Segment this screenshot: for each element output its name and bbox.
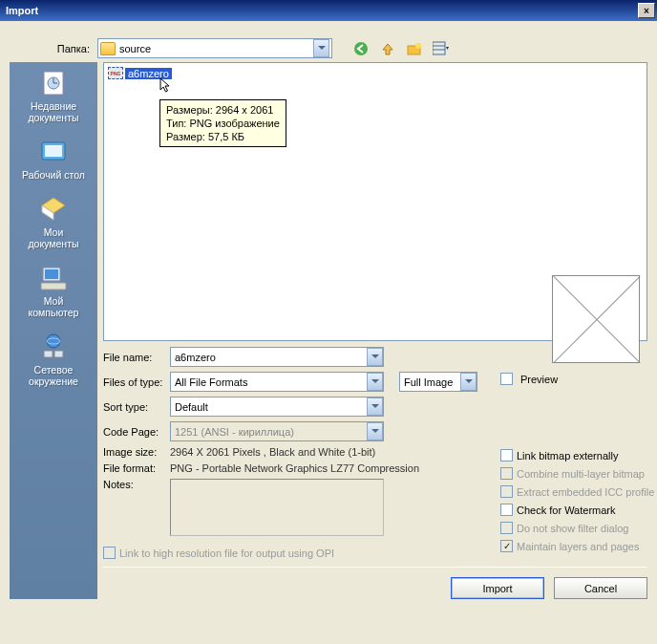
codepage-value: 1251 (ANSI - кириллица) — [175, 426, 294, 438]
combine-label: Combine multi-layer bitmap — [517, 468, 645, 480]
folder-icon — [100, 42, 116, 55]
place-label: Рабочий стол — [22, 169, 85, 181]
place-recent[interactable]: Недавние документы — [28, 68, 78, 123]
files-type-label: Files of type: — [103, 376, 170, 388]
preview-thumbnail — [552, 275, 640, 363]
folder-dropdown[interactable]: source — [97, 38, 332, 58]
preview-label: Preview — [520, 374, 558, 385]
preview-checkbox[interactable] — [500, 373, 513, 385]
recent-docs-icon — [38, 68, 69, 98]
svg-rect-14 — [41, 283, 66, 290]
watermark-checkbox[interactable] — [500, 504, 513, 516]
sort-value: Default — [175, 401, 208, 413]
chevron-down-icon[interactable] — [367, 397, 383, 416]
imagesize-value: 2964 X 2061 Pixels , Black and White (1-… — [170, 446, 375, 458]
chevron-down-icon[interactable] — [367, 348, 383, 366]
link-bitmap-checkbox[interactable] — [500, 449, 513, 462]
tooltip-line: Размер: 57,5 КБ — [166, 130, 280, 143]
maintain-label: Maintain layers and pages — [517, 541, 639, 552]
extract-icc-label: Extract embedded ICC profile — [517, 486, 654, 498]
chevron-down-icon[interactable] — [313, 39, 329, 57]
codepage-label: Code Page: — [103, 426, 170, 438]
view-menu-icon[interactable] — [432, 39, 451, 58]
up-icon[interactable] — [378, 39, 397, 58]
back-icon[interactable] — [351, 39, 371, 58]
folder-label: Папка: — [10, 43, 97, 54]
mydocs-icon — [38, 194, 69, 225]
file-name-input[interactable]: a6mzero — [170, 347, 384, 367]
place-label: Мои документы — [28, 226, 78, 249]
file-name-value: a6mzero — [175, 352, 216, 363]
png-thumb-icon: PNG — [108, 67, 123, 79]
svg-point-0 — [354, 42, 368, 55]
notes-label: Notes: — [103, 479, 170, 490]
sort-select[interactable]: Default — [170, 397, 384, 417]
computer-icon — [38, 263, 69, 293]
svg-point-15 — [47, 334, 60, 348]
chevron-down-icon[interactable] — [367, 373, 383, 391]
cancel-button[interactable]: Cancel — [554, 577, 647, 599]
opi-checkbox — [103, 547, 116, 559]
place-network[interactable]: Сетевое окружение — [29, 332, 78, 387]
sort-label: Sort type: — [103, 401, 170, 413]
folder-value: source — [119, 43, 151, 54]
file-tooltip: Размеры: 2964 x 2061 Тип: PNG изображени… — [159, 99, 286, 147]
place-mydocs[interactable]: Мои документы — [28, 194, 78, 249]
tooltip-line: Размеры: 2964 x 2061 — [166, 103, 280, 117]
place-label: Недавние документы — [28, 100, 78, 123]
fileformat-label: File format: — [103, 462, 170, 474]
full-image-value: Full Image — [404, 376, 453, 388]
close-button[interactable]: × — [638, 3, 655, 18]
new-folder-icon[interactable] — [405, 39, 424, 58]
no-filter-label: Do not show filter dialog — [517, 523, 628, 534]
combine-checkbox — [500, 467, 513, 480]
places-bar: Недавние документы Рабочий стол Мои доку… — [10, 62, 97, 599]
separator — [103, 567, 647, 568]
maintain-checkbox — [500, 540, 513, 552]
notes-field — [170, 479, 384, 536]
imagesize-label: Image size: — [103, 446, 170, 458]
full-image-select[interactable]: Full Image — [399, 372, 477, 392]
desktop-icon — [38, 137, 69, 167]
svg-rect-13 — [45, 269, 58, 279]
dialog-title: Import — [6, 5, 38, 16]
cursor-icon — [159, 77, 173, 95]
svg-point-2 — [415, 43, 421, 49]
codepage-select: 1251 (ANSI - кириллица) — [170, 421, 384, 441]
opi-label: Link to high resolution file for output … — [119, 547, 334, 559]
network-icon — [38, 332, 69, 362]
place-desktop[interactable]: Рабочий стол — [22, 137, 85, 181]
import-button[interactable]: Import — [451, 577, 544, 599]
svg-rect-18 — [54, 351, 63, 357]
watermark-label: Check for Watermark — [517, 504, 616, 516]
fileformat-value: PNG - Portable Network Graphics LZ77 Com… — [170, 462, 419, 474]
chevron-down-icon — [367, 422, 383, 440]
extract-icc-checkbox — [500, 485, 513, 498]
no-filter-checkbox — [500, 522, 513, 534]
chevron-down-icon[interactable] — [460, 373, 477, 391]
svg-rect-17 — [44, 351, 53, 357]
files-type-value: All File Formats — [175, 376, 247, 388]
svg-rect-3 — [433, 42, 445, 54]
svg-rect-11 — [45, 145, 62, 157]
place-label: Мой компьютер — [29, 295, 79, 318]
place-mycomputer[interactable]: Мой компьютер — [29, 263, 79, 318]
files-type-select[interactable]: All File Formats — [170, 372, 384, 392]
file-name-label: File name: — [103, 352, 170, 363]
link-bitmap-label: Link bitmap externally — [517, 450, 618, 462]
tooltip-line: Тип: PNG изображение — [166, 117, 280, 130]
place-label: Сетевое окружение — [29, 364, 78, 387]
